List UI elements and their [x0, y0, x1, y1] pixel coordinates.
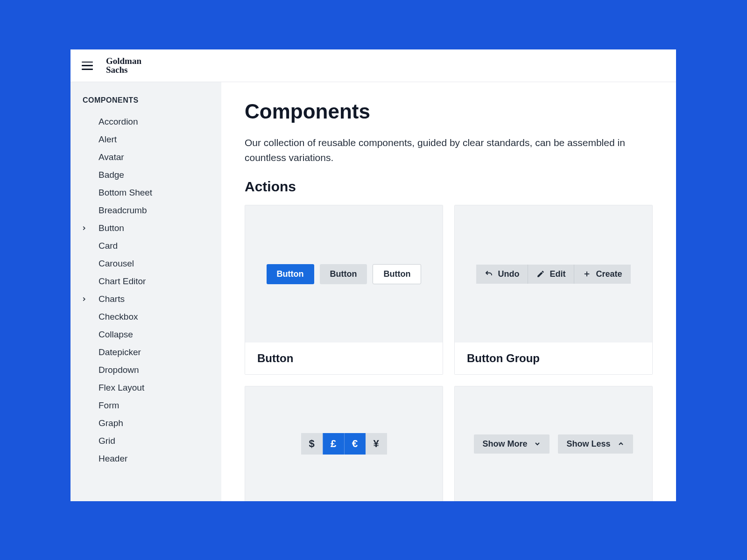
sidebar-item-charts[interactable]: Charts: [70, 290, 221, 308]
show-less-label: Show Less: [566, 439, 610, 449]
sidebar-item-label: Flex Layout: [89, 383, 144, 393]
chevron-down-icon: [534, 440, 541, 448]
sidebar-item-label: Grid: [89, 436, 115, 446]
section-title-actions: Actions: [245, 179, 653, 195]
sidebar-item-collapse[interactable]: Collapse: [70, 326, 221, 343]
card-button[interactable]: Button Button Button Button: [245, 205, 443, 375]
plus-icon: [583, 270, 591, 278]
undo-icon: [485, 270, 493, 278]
button-group-edit-label: Edit: [550, 269, 565, 279]
button-group-edit[interactable]: Edit: [528, 265, 574, 284]
chevron-right-icon: [81, 296, 87, 302]
sidebar-item-dropdown[interactable]: Dropdown: [70, 361, 221, 379]
brand-logo: Goldman Sachs: [106, 57, 141, 74]
sidebar-title: COMPONENTS: [70, 96, 221, 113]
card-button-group[interactable]: Undo Edit Create Button G: [454, 205, 653, 375]
sidebar-item-avatar[interactable]: Avatar: [70, 148, 221, 166]
menu-icon[interactable]: [82, 62, 93, 70]
page-description: Our collection of reusable components, g…: [245, 135, 653, 165]
sidebar-item-label: Badge: [89, 170, 124, 180]
sidebar-item-label: Carousel: [89, 259, 134, 269]
button-group-undo[interactable]: Undo: [476, 265, 528, 284]
logo-line-1: Goldman: [106, 57, 141, 65]
sidebar-item-chart-editor[interactable]: Chart Editor: [70, 273, 221, 290]
sidebar-item-datepicker[interactable]: Datepicker: [70, 343, 221, 361]
show-more-button[interactable]: Show More: [474, 434, 550, 454]
chevron-up-icon: [617, 440, 625, 448]
button-group-create-label: Create: [596, 269, 622, 279]
sidebar-item-label: Datepicker: [89, 347, 141, 357]
sidebar-item-label: Card: [89, 241, 118, 251]
sidebar-item-header[interactable]: Header: [70, 450, 221, 468]
sidebar-item-card[interactable]: Card: [70, 237, 221, 255]
button-examples-row: Button Button Button: [267, 264, 422, 284]
sidebar-item-label: Header: [89, 454, 127, 464]
card-segmented-preview: $£€¥: [245, 386, 443, 501]
toggle-button-row: Show More Show Less: [474, 434, 633, 454]
sidebar-item-label: Alert: [89, 134, 117, 145]
sidebar-item-badge[interactable]: Badge: [70, 166, 221, 184]
sidebar-item-label: Accordion: [89, 117, 138, 127]
body: COMPONENTS AccordionAlertAvatarBadgeBott…: [70, 82, 676, 501]
sidebar-item-label: Avatar: [89, 152, 124, 162]
example-button-primary[interactable]: Button: [267, 264, 314, 284]
sidebar-item-breadcrumb[interactable]: Breadcrumb: [70, 202, 221, 219]
sidebar-item-label: Checkbox: [89, 312, 138, 322]
segment-£[interactable]: £: [323, 433, 344, 455]
sidebar-list: AccordionAlertAvatarBadgeBottom SheetBre…: [70, 113, 221, 468]
sidebar-item-label: Dropdown: [89, 365, 139, 375]
sidebar-item-accordion[interactable]: Accordion: [70, 113, 221, 131]
logo-line-2: Sachs: [106, 66, 141, 74]
main-content: Components Our collection of reusable co…: [221, 82, 676, 501]
sidebar-item-label: Button: [89, 223, 124, 233]
sidebar-item-label: Form: [89, 400, 119, 411]
button-group-undo-label: Undo: [498, 269, 519, 279]
page-title: Components: [245, 100, 653, 123]
card-toggle-preview: Show More Show Less: [455, 386, 652, 501]
sidebar-item-label: Collapse: [89, 329, 133, 340]
card-button-group-title: Button Group: [455, 343, 652, 374]
card-button-title: Button: [245, 343, 443, 374]
example-button-secondary[interactable]: Button: [320, 264, 367, 284]
sidebar-item-alert[interactable]: Alert: [70, 131, 221, 148]
sidebar-item-button[interactable]: Button: [70, 219, 221, 237]
example-button-group: Undo Edit Create: [476, 265, 630, 284]
app-window: Goldman Sachs COMPONENTS AccordionAlertA…: [70, 49, 676, 501]
segment-€[interactable]: €: [344, 433, 366, 455]
sidebar-item-label: Graph: [89, 418, 123, 428]
example-button-outline[interactable]: Button: [373, 264, 421, 284]
card-button-group-preview: Undo Edit Create: [455, 205, 652, 343]
sidebar-item-flex-layout[interactable]: Flex Layout: [70, 379, 221, 397]
edit-icon: [536, 270, 545, 278]
sidebar-item-label: Bottom Sheet: [89, 188, 152, 198]
card-segmented[interactable]: $£€¥: [245, 386, 443, 501]
sidebar: COMPONENTS AccordionAlertAvatarBadgeBott…: [70, 82, 221, 501]
segment-¥[interactable]: ¥: [366, 433, 387, 455]
sidebar-item-bottom-sheet[interactable]: Bottom Sheet: [70, 184, 221, 202]
card-toggle[interactable]: Show More Show Less: [454, 386, 653, 501]
sidebar-item-label: Chart Editor: [89, 276, 146, 287]
sidebar-item-checkbox[interactable]: Checkbox: [70, 308, 221, 326]
example-segmented-control: $£€¥: [301, 433, 387, 455]
button-group-create[interactable]: Create: [574, 265, 630, 284]
topbar: Goldman Sachs: [70, 49, 676, 82]
sidebar-item-grid[interactable]: Grid: [70, 432, 221, 450]
card-grid: Button Button Button Button Undo: [245, 205, 653, 501]
segment-$[interactable]: $: [301, 433, 323, 455]
sidebar-item-label: Charts: [89, 294, 125, 304]
chevron-right-icon: [81, 225, 87, 231]
sidebar-item-graph[interactable]: Graph: [70, 414, 221, 432]
sidebar-item-label: Breadcrumb: [89, 205, 147, 216]
show-more-label: Show More: [482, 439, 527, 449]
sidebar-item-carousel[interactable]: Carousel: [70, 255, 221, 273]
card-button-preview: Button Button Button: [245, 205, 443, 343]
sidebar-item-form[interactable]: Form: [70, 397, 221, 414]
show-less-button[interactable]: Show Less: [558, 434, 633, 454]
